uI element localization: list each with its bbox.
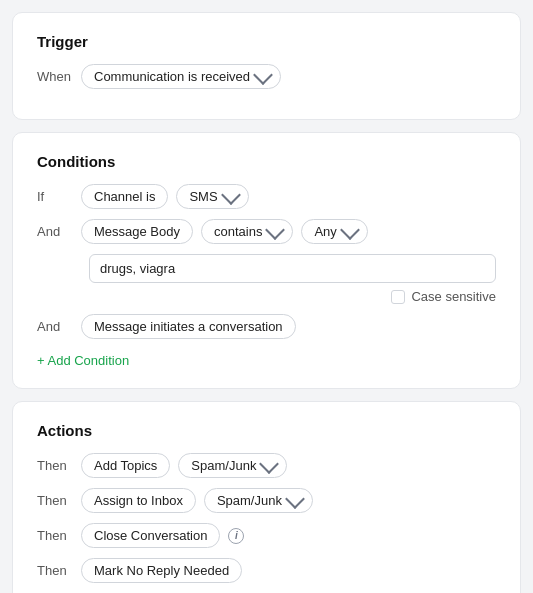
case-sensitive-label: Case sensitive [411,289,496,304]
then-label-1: Then [37,458,73,473]
trigger-row: When Communication is received [37,64,496,89]
spam-junk-dropdown-1[interactable]: Spam/Junk [178,453,287,478]
info-icon[interactable]: i [228,528,244,544]
condition-row-if: If Channel is SMS [37,184,496,209]
then-label-3: Then [37,528,73,543]
spam-junk-dropdown-2[interactable]: Spam/Junk [204,488,313,513]
condition-row-and-message: And Message initiates a conversation [37,314,496,339]
case-sensitive-row: Case sensitive [89,289,496,304]
trigger-value: Communication is received [94,69,250,84]
assign-inbox-pill: Assign to Inbox [81,488,196,513]
message-body-pill: Message Body [81,219,193,244]
channel-is-pill: Channel is [81,184,168,209]
contains-dropdown[interactable]: contains [201,219,293,244]
then-label-2: Then [37,493,73,508]
actions-card: Actions Then Add Topics Spam/Junk Then A… [12,401,521,593]
case-sensitive-checkbox[interactable] [391,290,405,304]
conditions-card: Conditions If Channel is SMS And Message… [12,132,521,389]
actions-title: Actions [37,422,496,439]
chevron-down-icon [253,65,273,85]
then-label-4: Then [37,563,73,578]
action-row-close-conversation: Then Close Conversation i [37,523,496,548]
trigger-dropdown[interactable]: Communication is received [81,64,281,89]
and-label-2: And [37,319,73,334]
if-label: If [37,189,73,204]
condition-input-block: Case sensitive [37,254,496,304]
any-dropdown[interactable]: Any [301,219,367,244]
trigger-title: Trigger [37,33,496,50]
chevron-down-icon [221,185,241,205]
message-initiates-pill: Message initiates a conversation [81,314,296,339]
close-conversation-pill: Close Conversation [81,523,220,548]
chevron-down-icon [285,489,305,509]
chevron-down-icon [260,454,280,474]
add-topics-pill: Add Topics [81,453,170,478]
conditions-title: Conditions [37,153,496,170]
condition-text-input[interactable] [89,254,496,283]
action-row-add-topics: Then Add Topics Spam/Junk [37,453,496,478]
chevron-down-icon [266,220,286,240]
sms-dropdown[interactable]: SMS [176,184,248,209]
message-initiates-text: Message initiates a conversation [94,319,283,334]
chevron-down-icon [340,220,360,240]
action-row-assign-inbox: Then Assign to Inbox Spam/Junk [37,488,496,513]
and-label-1: And [37,224,73,239]
action-row-mark-no-reply: Then Mark No Reply Needed [37,558,496,583]
when-label: When [37,69,73,84]
condition-row-and-body: And Message Body contains Any [37,219,496,244]
mark-no-reply-pill: Mark No Reply Needed [81,558,242,583]
trigger-card: Trigger When Communication is received [12,12,521,120]
add-condition-button[interactable]: + Add Condition [37,353,129,368]
